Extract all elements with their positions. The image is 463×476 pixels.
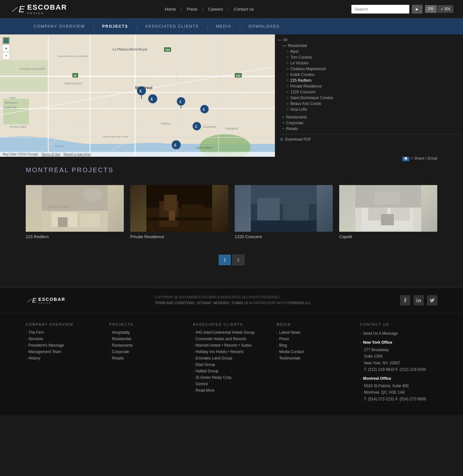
page-2-button[interactable]: 2 — [232, 255, 244, 265]
nav-company-overview[interactable]: COMPANY OVERVIEW — [26, 18, 93, 34]
media-contact-link[interactable]: › Media Contact — [277, 350, 354, 354]
svg-text:Bordeaux-: Bordeaux- — [5, 101, 18, 104]
citinsider-link[interactable]: CITINSIDER LLC — [286, 301, 311, 305]
filter-levictoire[interactable]: Le Victoire — [286, 60, 460, 66]
filter-private-residence[interactable]: Private Residence — [286, 83, 460, 89]
zoom-in-button[interactable]: + — [3, 45, 10, 52]
company-services-link[interactable]: › Services — [26, 337, 103, 341]
filter-215redfern[interactable]: 215 Redfern — [286, 78, 460, 83]
filter-tomcondos[interactable]: Tom Condos — [286, 54, 460, 60]
client-concorde-link[interactable]: › Concorde Hotels and Resorts — [193, 337, 270, 341]
mtl-address1: 5524 St.Patrick, Suite 400 — [364, 383, 437, 389]
filter-kubik[interactable]: Kubik Condos — [286, 72, 460, 78]
logo[interactable]: ⟋E ESCOBAR DESIGN — [10, 3, 67, 15]
nav-press[interactable]: Press — [182, 7, 202, 12]
nav-media[interactable]: MEDIA — [208, 18, 240, 34]
projects-residential-link[interactable]: › Residential — [109, 337, 186, 341]
nav-contact[interactable]: Contact us — [229, 7, 259, 12]
filter-corporate[interactable]: + Corporate — [277, 120, 460, 126]
projects-corporate-link[interactable]: › Corporate — [109, 350, 186, 354]
retails-plus-icon: + — [282, 126, 285, 131]
search-button[interactable]: ► — [412, 5, 422, 14]
linkedin-icon[interactable] — [413, 295, 424, 305]
media-press-link[interactable]: › Press — [277, 337, 354, 341]
arrow-icon: › — [193, 376, 194, 379]
sitemap-link[interactable]: SITEMAP — [197, 301, 211, 305]
svg-text:132: 132 — [236, 74, 241, 77]
nav-associated-clients[interactable]: ASSOCIATED CLIENTS — [137, 18, 207, 34]
page-1-button[interactable]: 1 — [219, 255, 231, 265]
filter-viva-lofts[interactable]: Viva Lofts — [286, 107, 460, 112]
media-latest-news-link[interactable]: › Latest News — [277, 330, 354, 335]
map-section: Ahuntsic-Cartierville Autoroute des Laur… — [0, 34, 463, 157]
client-read-more-link[interactable]: › Read More — [193, 388, 270, 393]
client-emirates-link[interactable]: › Emirates Land Group — [193, 356, 270, 360]
lang-en-button[interactable]: ✓ EN — [437, 5, 453, 13]
client-ihg-link[interactable]: › IHG InterContinental Hotels Group — [193, 330, 270, 335]
ny-phone: T. (212) 219-9810 F. (212) 219-0150 — [364, 366, 437, 373]
projects-retails-link[interactable]: › Retails — [109, 356, 186, 360]
mtl-office: › Montreal Office 5524 St.Patrick, Suite… — [360, 375, 437, 402]
bullet-icon — [286, 85, 288, 87]
project-card-private-residence[interactable]: Private Residence — [130, 185, 228, 242]
nav-home[interactable]: Home — [160, 7, 181, 12]
client-naftali-link[interactable]: › Naftali Group — [193, 369, 270, 373]
twitter-icon[interactable] — [427, 295, 437, 305]
ny-address1: 277 Broadway — [364, 347, 437, 353]
footer-logo-name: ESCOBAR — [38, 297, 65, 302]
terms-of-use-link[interactable]: Terms of Use — [41, 153, 60, 156]
arrow-icon: › — [109, 331, 110, 334]
map-sidebar: — All — Residential Myst Tom Condos — [275, 34, 463, 157]
company-history-link[interactable]: › History — [26, 356, 103, 360]
list-item: › Gemini — [193, 382, 270, 386]
media-testimonials-link[interactable]: › Testimonials — [277, 356, 354, 360]
tommy-le-link[interactable]: TOMMY LE — [232, 301, 248, 305]
map-area[interactable]: Ahuntsic-Cartierville Autoroute des Laur… — [0, 34, 275, 157]
footer-main: ⟋E ESCOBAR DESIGN COPYRIGHT @ 2013 ANDRE… — [0, 288, 463, 313]
project-card-capelli[interactable]: Capelli — [339, 185, 437, 242]
svg-rect-70 — [146, 217, 212, 220]
mondien-link[interactable]: MONDIEN — [214, 301, 229, 305]
nav-careers[interactable]: Careers — [203, 7, 228, 12]
client-holiday-inn-link[interactable]: › Holiday Inn Hotels • Resorts — [193, 350, 270, 354]
filter-myst[interactable]: Myst — [286, 49, 460, 54]
client-marriott-link[interactable]: › Marriott Hotels • Resorts • Suites — [193, 343, 270, 348]
lang-fr-button[interactable]: FR — [425, 5, 437, 13]
filter-all[interactable]: — All — [277, 37, 460, 43]
list-item: › Press — [277, 337, 354, 341]
terms-link[interactable]: TERMS AND CONDITIONS — [155, 301, 195, 305]
street-view-control[interactable]: 👤 — [4, 38, 9, 43]
nav-projects[interactable]: PROJECTS — [94, 18, 136, 34]
projects-restaurants-link[interactable]: › Restaurants — [109, 343, 186, 348]
nav-downloads[interactable]: DOWNLOADS — [241, 18, 288, 34]
svg-rect-85 — [375, 191, 400, 204]
arrow-icon: › — [26, 337, 27, 341]
client-elad-link[interactable]: › Elad Group — [193, 362, 270, 367]
list-item: › Testimonials — [277, 356, 354, 360]
filter-restaurants[interactable]: + Restaurants — [277, 114, 460, 120]
projects-hospitality-link[interactable]: › Hospitality — [109, 330, 186, 335]
filter-chateau[interactable]: Chateau Maplewood — [286, 66, 460, 72]
zoom-out-button[interactable]: − — [3, 52, 10, 59]
footer-navigation: COMPANY OVERVIEW › The Firm › Services ›… — [0, 313, 463, 415]
company-management-link[interactable]: › Management Team — [26, 350, 103, 354]
search-input[interactable] — [351, 5, 409, 14]
send-message-link[interactable]: › Send Us A Message — [360, 330, 437, 337]
svg-text:Parc: Parc — [10, 96, 16, 99]
filter-1220crescent[interactable]: 1220 Crescent — [286, 89, 460, 95]
filter-beaux-arts[interactable]: Beaux Arts Condo — [286, 101, 460, 107]
company-the-firm-link[interactable]: › The Firm — [26, 330, 103, 335]
company-president-link[interactable]: › President's Message — [26, 343, 103, 348]
list-item: › Restaurants — [109, 343, 186, 348]
client-gemini-link[interactable]: › Gemini — [193, 382, 270, 386]
facebook-icon[interactable] — [400, 295, 410, 305]
project-card-215redfern[interactable]: Residential Interior 215 Redfern — [26, 185, 124, 242]
project-card-1220crescent[interactable]: 1220 Crescent — [235, 185, 333, 242]
client-si-green-link[interactable]: › SI Green Realy Corp. — [193, 375, 270, 380]
filter-residential[interactable]: — Residential — [277, 43, 460, 49]
filter-saint-dominique[interactable]: Saint-Dominique Condos — [286, 95, 460, 101]
download-pdf-button[interactable]: ⊞ Download PDF — [277, 134, 460, 143]
filter-retails[interactable]: + Retails — [277, 126, 460, 132]
media-blog-link[interactable]: › Blog — [277, 343, 354, 348]
report-map-link[interactable]: Report a map error — [64, 153, 91, 156]
